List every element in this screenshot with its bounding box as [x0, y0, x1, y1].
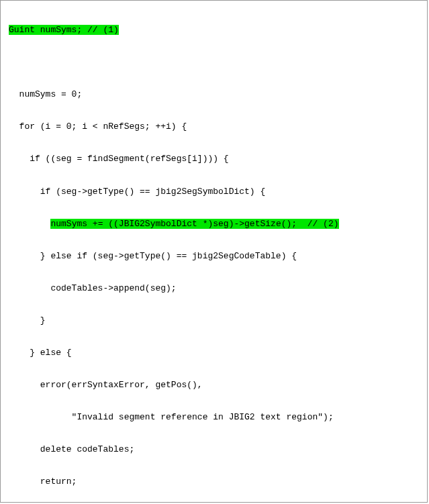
code-line [9, 54, 419, 70]
code-line: numSyms += ((JBIG2SymbolDict *)seg)->get… [9, 216, 419, 232]
code-line: error(errSyntaxError, getPos(), [9, 377, 419, 393]
highlighted-code: numSyms += ((JBIG2SymbolDict *)seg)->get… [50, 219, 338, 229]
code-line: Guint numSyms; // (1) [9, 22, 419, 38]
code-line: codeTables->append(seg); [9, 281, 419, 297]
code-line: "Invalid segment reference in JBIG2 text… [9, 409, 419, 425]
code-line: for (i = 0; i < nRefSegs; ++i) { [9, 119, 419, 135]
code-line: if ((seg = findSegment(refSegs[i]))) { [9, 151, 419, 167]
highlighted-code: Guint numSyms; // (1) [9, 25, 119, 35]
code-line: } else { [9, 345, 419, 361]
code-line: return; [9, 474, 419, 490]
code-line: delete codeTables; [9, 442, 419, 458]
code-line: if (seg->getType() == jbig2SegSymbolDict… [9, 184, 419, 200]
code-line: } [9, 313, 419, 329]
code-line: } else if (seg->getType() == jbig2SegCod… [9, 248, 419, 264]
code-block: Guint numSyms; // (1) numSyms = 0; for (… [0, 0, 428, 503]
code-indent [9, 219, 50, 229]
code-line: numSyms = 0; [9, 87, 419, 103]
